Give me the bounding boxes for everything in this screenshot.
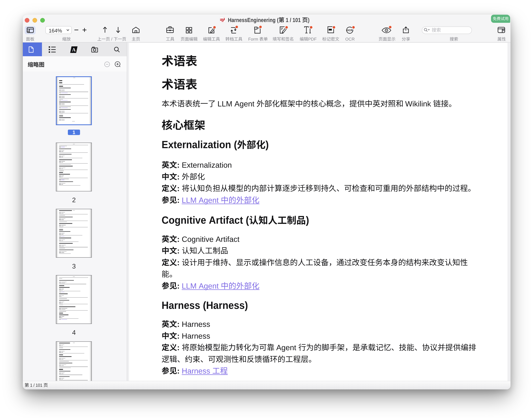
svg-text:OCR: OCR <box>347 29 352 32</box>
svg-text:PDF: PDF <box>220 19 223 21</box>
svg-text:A: A <box>72 47 76 53</box>
